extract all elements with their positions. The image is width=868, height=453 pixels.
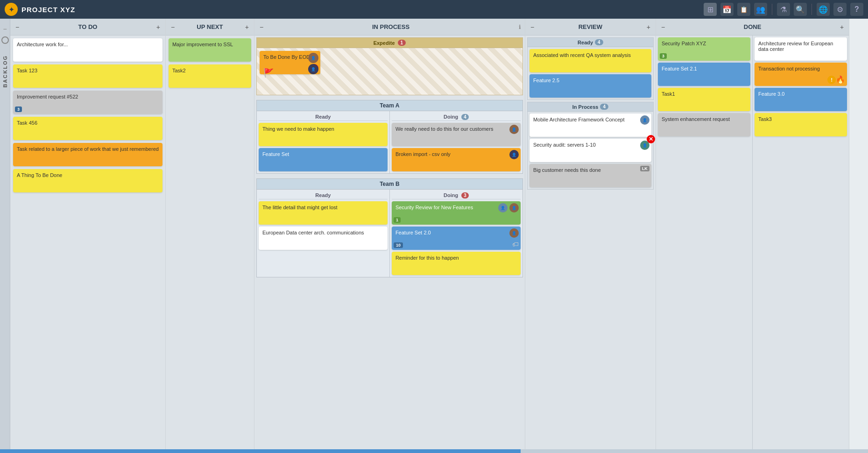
team-a-doing-card-1[interactable]: We really need to do this for our custom… bbox=[392, 123, 521, 146]
review-inprocess-count: 4 bbox=[600, 104, 608, 110]
upnext-body: Major improvement to SSL Task2 bbox=[166, 35, 254, 453]
review-ready-header: Ready 4 bbox=[528, 38, 653, 47]
upnext-card-1[interactable]: Major improvement to SSL bbox=[169, 38, 251, 62]
x-remove-icon[interactable]: ✕ bbox=[647, 135, 655, 143]
inprocess-collapse-btn[interactable]: − bbox=[258, 23, 265, 31]
done-card-7[interactable]: System enhancement request bbox=[658, 113, 750, 136]
review-ready-label: Ready bbox=[578, 40, 593, 45]
todo-card-6[interactable]: A Thing To Be Done bbox=[13, 169, 162, 192]
expedite-header: Expedite 1 bbox=[257, 38, 522, 48]
review-inprocess-card-3[interactable]: Big customer needs this done LK bbox=[529, 164, 651, 187]
todo-card-2[interactable]: Task 123 bbox=[13, 64, 162, 88]
header: ✦ PROJECT XYZ ⊞ 📅 📋 👥 ⚗ 🔍 🌐 ⚙ ? bbox=[0, 0, 868, 19]
people-icon[interactable]: 👥 bbox=[754, 3, 767, 16]
team-b-doing-card-3[interactable]: Reminder for this to happen bbox=[392, 252, 521, 275]
review-collapse-btn[interactable]: − bbox=[529, 23, 536, 31]
expedite-label: Expedite bbox=[374, 40, 395, 46]
review-ready-card-1[interactable]: Associated with recent QA system analysi… bbox=[529, 49, 651, 72]
team-a-doing-count: 4 bbox=[461, 114, 469, 120]
todo-card-5[interactable]: Task related to a larger piece of work t… bbox=[13, 143, 162, 166]
team-b-doing: Doing 3 Security Review for New Features… bbox=[390, 190, 522, 277]
done-card-5[interactable]: Task1 bbox=[658, 88, 750, 111]
expedite-card[interactable]: To Be Done By EOD! 🚩 ! 👤 👤 bbox=[260, 51, 320, 74]
upnext-collapse-btn[interactable]: − bbox=[169, 23, 176, 31]
done-card-4[interactable]: Transaction not processing 🔥 ! bbox=[755, 63, 847, 86]
help-icon[interactable]: 🌐 bbox=[817, 3, 830, 16]
column-done: − DONE + Security Patch XYZ 3 Feature Se… bbox=[656, 19, 849, 453]
filter-icon[interactable]: ⚗ bbox=[777, 3, 790, 16]
team-b-doing-card-2[interactable]: Feature Set 2.0 👤 10 🏷 bbox=[392, 226, 521, 250]
done-card-6[interactable]: Feature 3.0 bbox=[755, 88, 847, 111]
exclaim-icon: ! bbox=[827, 76, 836, 84]
review-avatar-1: 👤 bbox=[640, 115, 649, 125]
todo-card-4[interactable]: Task 456 bbox=[13, 117, 162, 140]
upnext-card-2[interactable]: Task2 bbox=[169, 64, 251, 88]
team-a-header: Team A bbox=[257, 100, 522, 111]
upnext-add-btn[interactable]: + bbox=[244, 23, 250, 31]
todo-title: TO DO bbox=[21, 23, 155, 30]
team-b-doing-header: Doing 3 bbox=[392, 191, 521, 199]
header-left: ✦ PROJECT XYZ bbox=[5, 3, 75, 16]
team-b-doing-card-1[interactable]: Security Review for New Features 👤 👤 1 bbox=[392, 201, 521, 225]
team-b-ready-card-2[interactable]: European Data center arch. communication… bbox=[259, 226, 388, 250]
backlog-top-icon[interactable]: − bbox=[3, 25, 7, 33]
team-b-header: Team B bbox=[257, 179, 522, 190]
team-a-doing-card-2[interactable]: Broken import - csv only 👤 bbox=[392, 148, 521, 171]
team-b-body: Ready The little detail that might get l… bbox=[257, 190, 522, 277]
review-inprocess-card-1[interactable]: Mobile Architecture Framework Concept 👤 bbox=[529, 113, 651, 137]
todo-add-btn[interactable]: + bbox=[155, 23, 162, 31]
inprocess-title: IN PROCESS bbox=[265, 23, 517, 30]
done-collapse-btn[interactable]: − bbox=[660, 23, 666, 31]
done-title: DONE bbox=[666, 23, 839, 30]
inprocess-header: − IN PROCESS ℹ bbox=[254, 19, 525, 35]
column-todo: − TO DO + Architecture work for... Task … bbox=[10, 19, 166, 453]
inprocess-info-icon[interactable]: ℹ bbox=[519, 24, 521, 30]
upnext-title: UP NEXT bbox=[176, 23, 244, 30]
settings-icon[interactable]: ⚙ bbox=[833, 3, 847, 16]
team-a-body: Ready Thing we need to make happen Featu… bbox=[257, 111, 522, 173]
grid-view-icon[interactable]: ⊞ bbox=[704, 3, 717, 16]
todo-card-3[interactable]: Improvement request #522 3 bbox=[13, 91, 162, 114]
done-body: Security Patch XYZ 3 Feature Set 2.1 Tas… bbox=[656, 35, 849, 453]
team-a-ready: Ready Thing we need to make happen Featu… bbox=[257, 111, 390, 173]
expedite-card-text: To Be Done By EOD! bbox=[263, 54, 311, 60]
done-card-2[interactable]: Architecture review for European data ce… bbox=[755, 37, 847, 61]
team-b-card-badge-1: 1 bbox=[394, 217, 401, 223]
team-a-ready-card-2[interactable]: Feature Set bbox=[259, 148, 388, 171]
done-card-8[interactable]: Task3 bbox=[755, 113, 847, 136]
kanban-board: − BACKLOG − TO DO + Architecture work fo… bbox=[0, 19, 868, 453]
team-a-ready-card-1[interactable]: Thing we need to make happen bbox=[259, 123, 388, 146]
doing-b-avatar-3: 👤 bbox=[509, 228, 519, 238]
expedite-count: 1 bbox=[398, 40, 406, 46]
column-review: − REVIEW + Ready 4 Associated with recen… bbox=[525, 19, 656, 453]
done-card-3[interactable]: Feature Set 2.1 bbox=[658, 63, 750, 86]
review-inprocess-card-2[interactable]: Security audit: servers 1-10 👤 ✕ bbox=[529, 139, 651, 162]
review-ready-card-2[interactable]: Feature 2.5 bbox=[529, 74, 651, 98]
inprocess-body: Expedite 1 To Be Done By EOD! 🚩 ! 👤 👤 bbox=[254, 35, 525, 453]
team-b-ready-card-1[interactable]: The little detail that might get lost bbox=[259, 201, 388, 225]
review-add-btn[interactable]: + bbox=[645, 23, 652, 31]
todo-collapse-btn[interactable]: − bbox=[14, 23, 21, 31]
card-avatar-2: 👤 bbox=[308, 64, 318, 74]
search-icon[interactable]: 🔍 bbox=[794, 3, 807, 16]
team-b-ready: Ready The little detail that might get l… bbox=[257, 190, 390, 277]
done-header: − DONE + bbox=[656, 19, 849, 35]
backlog-side: − BACKLOG bbox=[0, 19, 10, 453]
review-inprocess-label: In Process bbox=[572, 104, 599, 110]
review-title: REVIEW bbox=[536, 23, 645, 30]
app-logo: ✦ bbox=[5, 3, 18, 16]
review-body: Ready 4 Associated with recent QA system… bbox=[525, 35, 656, 453]
question-icon[interactable]: ? bbox=[850, 3, 863, 16]
column-inprocess: − IN PROCESS ℹ Expedite 1 To Be Done By … bbox=[254, 19, 525, 453]
report-icon[interactable]: 📋 bbox=[737, 3, 750, 16]
done-add-btn[interactable]: + bbox=[839, 23, 845, 31]
backlog-circle-icon[interactable] bbox=[1, 36, 9, 44]
tag-icon: 🏷 bbox=[512, 241, 519, 248]
upnext-header: − UP NEXT + bbox=[166, 19, 254, 35]
calendar-icon[interactable]: 📅 bbox=[720, 3, 734, 16]
review-ready-body: Associated with recent QA system analysi… bbox=[528, 47, 653, 99]
todo-card-1[interactable]: Architecture work for... bbox=[13, 38, 162, 62]
done-card-1[interactable]: Security Patch XYZ 3 bbox=[658, 37, 750, 61]
scroll-bar[interactable] bbox=[0, 449, 868, 453]
todo-body: Architecture work for... Task 123 Improv… bbox=[10, 35, 165, 453]
